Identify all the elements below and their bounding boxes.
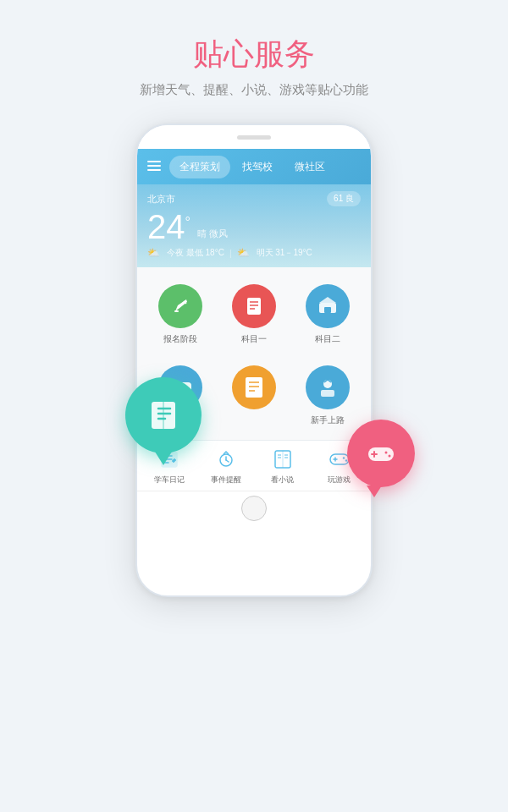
- svg-point-48: [342, 457, 344, 458]
- svg-rect-21: [324, 307, 331, 313]
- bottom-label-game: 玩游戏: [328, 475, 351, 486]
- svg-rect-15: [247, 298, 261, 315]
- page-subtitle: 新增天气、提醒、小说、游戏等贴心功能: [0, 82, 508, 98]
- svg-marker-20: [319, 297, 336, 303]
- feature-icon-xinshou: [306, 365, 350, 409]
- bottom-label-reminder: 事件提醒: [211, 475, 241, 486]
- feature-label-xinshou: 新手上路: [311, 414, 345, 426]
- nav-tabs: 全程策划 找驾校 微社区: [169, 156, 335, 178]
- weather-tomorrow: 明天 31－19°C: [257, 247, 312, 259]
- svg-point-9: [389, 455, 391, 458]
- tab-weishequ[interactable]: 微社区: [284, 156, 335, 178]
- weather-main: 24° 晴 微风: [147, 210, 361, 244]
- bottom-label-novel: 看小说: [271, 475, 294, 486]
- phone-showcase: 全程策划 找驾校 微社区 北京市 61 良 24° 晴 微风 ⛅ 今夜 最低 1…: [0, 123, 508, 597]
- feature-icon-kemu1: [232, 284, 276, 328]
- weather-description: 晴 微风: [197, 228, 228, 240]
- app-navigation: 全程策划 找驾校 微社区: [137, 149, 371, 184]
- weather-section: 北京市 61 良 24° 晴 微风 ⛅ 今夜 最低 18°C | ⛅ 明天 31…: [137, 184, 371, 267]
- bottom-reminder[interactable]: 事件提醒: [197, 447, 254, 486]
- feature-grid-row1: 报名阶段 科目一: [137, 267, 371, 360]
- svg-rect-31: [321, 390, 334, 397]
- feature-baoming[interactable]: 报名阶段: [144, 279, 218, 354]
- feature-label-kemu2: 科目二: [315, 333, 340, 345]
- weather-aqi: 61 良: [327, 191, 361, 206]
- svg-line-38: [226, 460, 229, 462]
- menu-icon[interactable]: [147, 159, 161, 174]
- bottom-label-diary: 学车日记: [154, 475, 185, 486]
- phone-bottom: [137, 491, 371, 524]
- feature-label-baoming: 报名阶段: [163, 333, 197, 345]
- reminder-icon: [214, 447, 238, 471]
- tab-jiaxiao[interactable]: 找驾校: [232, 156, 283, 178]
- bottom-novel[interactable]: 看小说: [254, 447, 311, 486]
- game-bubble: [347, 420, 415, 487]
- weather-temperature: 24°: [147, 210, 190, 244]
- header-section: 贴心服务 新增天气、提醒、小说、游戏等贴心功能: [0, 0, 508, 115]
- svg-rect-26: [246, 377, 262, 398]
- home-button[interactable]: [241, 496, 267, 521]
- svg-rect-12: [147, 169, 161, 171]
- phone-speaker: [237, 135, 271, 140]
- weather-tonight: 今夜 最低 18°C: [167, 247, 224, 259]
- tab-quancheng[interactable]: 全程策划: [169, 156, 230, 178]
- feature-label-kemu1: 科目一: [241, 333, 267, 345]
- svg-point-8: [385, 452, 388, 454]
- feature-icon-notes: [232, 365, 276, 409]
- feature-icon-kemu2: [306, 284, 350, 328]
- svg-point-30: [323, 380, 332, 388]
- weather-top: 北京市 61 良: [147, 191, 361, 206]
- feature-xinshoushanglù[interactable]: 新手上路: [290, 360, 364, 435]
- svg-rect-10: [147, 161, 161, 162]
- weather-city: 北京市: [147, 193, 175, 206]
- feature-kemu1[interactable]: 科目一: [218, 279, 291, 354]
- feature-icon-baoming: [158, 284, 202, 328]
- feature-kemu2[interactable]: 科目二: [290, 279, 364, 354]
- novel-icon: [271, 447, 295, 471]
- weather-footer: ⛅ 今夜 最低 18°C | ⛅ 明天 31－19°C: [147, 247, 361, 259]
- phone-top-bar: [137, 125, 371, 149]
- page-title: 贴心服务: [0, 34, 508, 75]
- feature-notes[interactable]: [218, 360, 291, 435]
- svg-rect-11: [147, 165, 161, 167]
- phone-device: 全程策划 找驾校 微社区 北京市 61 良 24° 晴 微风 ⛅ 今夜 最低 1…: [135, 123, 373, 597]
- svg-point-49: [345, 459, 346, 461]
- book-bubble: [125, 377, 202, 453]
